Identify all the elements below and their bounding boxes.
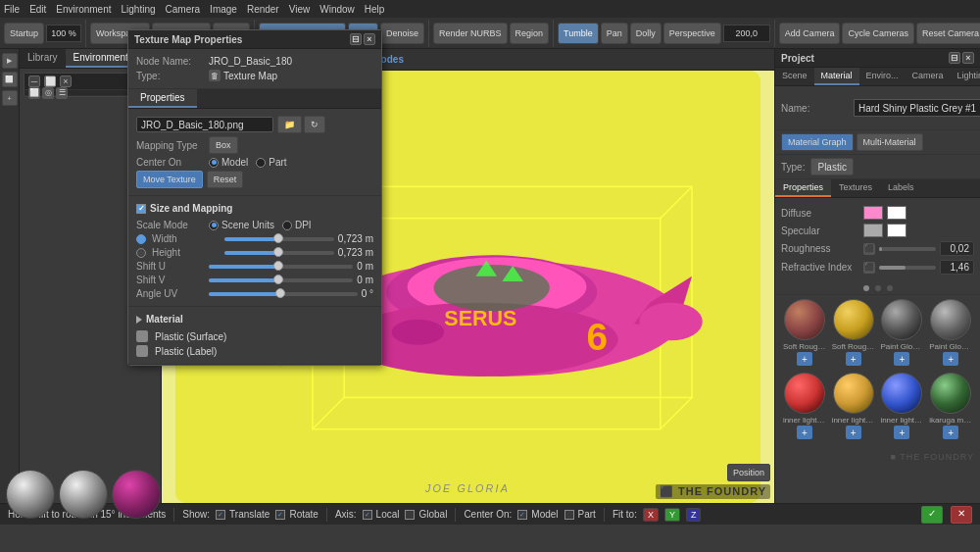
mini-win-btn-3[interactable]: ×	[60, 75, 72, 87]
right-panel-close-btn[interactable]: ×	[962, 52, 974, 64]
perspective-btn[interactable]: Perspective	[663, 23, 721, 44]
shift-u-thumb[interactable]	[273, 261, 283, 271]
right-panel-expand-btn[interactable]: ⊟	[949, 52, 960, 64]
left-panel-btn-2[interactable]: ⬜	[2, 72, 18, 87]
model-radio-dot[interactable]	[209, 158, 219, 168]
height-slider-thumb[interactable]	[273, 247, 283, 257]
type-delete-icon[interactable]: 🗑	[209, 70, 220, 81]
multi-material-btn[interactable]: Multi-Material	[857, 133, 923, 151]
menu-file[interactable]: File	[4, 4, 20, 15]
denoise-btn[interactable]: Denoise	[380, 23, 424, 44]
part-radio-dot[interactable]	[256, 158, 266, 168]
angle-uv-thumb[interactable]	[275, 288, 285, 298]
file-browse-btn[interactable]: 📁	[277, 116, 302, 133]
reset-btn[interactable]: Reset	[207, 171, 244, 188]
sidebar-thumb-3[interactable]	[112, 470, 161, 519]
diffuse-color-swatch[interactable]	[863, 206, 883, 220]
cycle-cameras-btn[interactable]: Cycle Cameras	[842, 23, 914, 44]
material-name-input[interactable]	[854, 99, 980, 117]
tab-enviro[interactable]: Enviro...	[859, 68, 906, 85]
texture-panel-expand-btn[interactable]: ⊟	[350, 33, 362, 45]
size-mapping-checkbox[interactable]: ✓	[136, 204, 146, 214]
mat-thumb-inner-light-3[interactable]	[833, 373, 874, 414]
mat-thumb-soft-rough-1[interactable]	[784, 299, 825, 340]
zoom-value-input[interactable]	[723, 25, 770, 42]
roughness-slider[interactable]	[879, 247, 936, 251]
global-checkbox[interactable]	[405, 510, 415, 520]
menu-view[interactable]: View	[289, 4, 311, 15]
tab-scene[interactable]: Scene	[775, 68, 814, 85]
rotate-checkbox[interactable]: ✓	[275, 510, 285, 520]
mat-thumb-add-6[interactable]: +	[846, 426, 861, 439]
startup-btn[interactable]: Startup	[4, 23, 44, 44]
menu-image[interactable]: Image	[210, 4, 237, 15]
specular-color-swatch[interactable]	[863, 224, 883, 237]
scene-units-radio[interactable]: Scene Units	[209, 220, 274, 230]
mat-thumb-inner-light-7[interactable]	[784, 373, 825, 414]
refractive-slider[interactable]	[879, 266, 936, 270]
menu-render[interactable]: Render	[247, 4, 279, 15]
sidebar-thumb-2[interactable]	[59, 470, 108, 519]
props-tab-textures[interactable]: Textures	[831, 179, 880, 197]
dpi-dot[interactable]	[282, 221, 292, 230]
mat-thumb-paint-gloss-1[interactable]	[881, 299, 922, 340]
menu-lighting[interactable]: Lighting	[122, 4, 156, 15]
mat-thumb-add-7[interactable]: +	[894, 426, 909, 439]
material-graph-btn[interactable]: Material Graph	[781, 133, 854, 151]
position-btn[interactable]: Position	[727, 464, 770, 481]
file-reload-btn[interactable]: ↻	[304, 116, 325, 133]
left-panel-btn-1[interactable]: ▶	[2, 53, 18, 69]
mat-thumb-add-3[interactable]: +	[894, 352, 909, 366]
mat-thumb-soft-rough-2[interactable]	[833, 299, 874, 340]
sidebar-tab-library[interactable]: Library	[20, 49, 66, 68]
sidebar-thumb-1[interactable]	[6, 470, 55, 519]
scene-units-dot[interactable]	[209, 221, 219, 230]
menu-help[interactable]: Help	[365, 4, 385, 15]
mat-thumb-add-2[interactable]: +	[846, 352, 861, 366]
menu-edit[interactable]: Edit	[29, 4, 46, 15]
mini-tool-2[interactable]: ◎	[42, 87, 54, 99]
move-texture-btn[interactable]: Move Texture	[136, 171, 203, 188]
width-slider-track[interactable]	[224, 237, 334, 241]
shift-v-thumb[interactable]	[273, 275, 283, 284]
pan-btn[interactable]: Pan	[601, 23, 628, 44]
mat-thumb-add-4[interactable]: +	[943, 352, 958, 366]
region-btn[interactable]: Region	[510, 23, 550, 44]
tab-lighting[interactable]: Lighting	[951, 68, 980, 85]
render-nurbs-btn[interactable]: Render NURBS	[433, 23, 508, 44]
filename-input[interactable]	[136, 117, 273, 132]
mat-thumb-paint-gloss-2[interactable]	[930, 299, 971, 340]
texture-panel-close-btn[interactable]: ×	[364, 33, 375, 45]
height-slider-track[interactable]	[224, 251, 334, 255]
mini-tool-3[interactable]: ☰	[56, 87, 68, 99]
reset-camera-btn[interactable]: Reset Camera	[916, 23, 980, 44]
mat-thumb-add-1[interactable]: +	[797, 352, 812, 366]
specular-color-swatch-2[interactable]	[887, 224, 906, 237]
tab-material[interactable]: Material	[814, 68, 859, 85]
tumble-btn[interactable]: Tumble	[558, 23, 599, 44]
mini-win-btn-1[interactable]: ─	[28, 75, 40, 87]
shift-v-track[interactable]	[209, 278, 353, 282]
diffuse-color-swatch-2[interactable]	[887, 206, 906, 220]
props-tab-properties[interactable]: Properties	[775, 179, 831, 197]
mat-thumb-add-8[interactable]: +	[943, 426, 958, 439]
texture-tab-properties[interactable]: Properties	[128, 89, 197, 108]
mat-thumb-inner-light-2[interactable]	[881, 373, 922, 414]
mini-tool-1[interactable]: ⬜	[28, 87, 40, 99]
local-checkbox[interactable]: ✓	[363, 510, 372, 520]
tab-camera[interactable]: Camera	[906, 68, 951, 85]
zoom-input[interactable]	[46, 25, 81, 42]
axis-y-btn[interactable]: Y	[664, 508, 680, 522]
center-on-model[interactable]: Model	[209, 157, 248, 168]
menu-window[interactable]: Window	[319, 4, 355, 15]
part-checkbox-status[interactable]	[564, 510, 574, 520]
mat-thumb-add-5[interactable]: +	[797, 426, 812, 439]
dolly-btn[interactable]: Dolly	[630, 23, 662, 44]
mat-thumb-ikaruga[interactable]	[930, 373, 971, 414]
cancel-status-btn[interactable]: ✕	[951, 506, 972, 524]
mini-win-btn-2[interactable]: ⬜	[44, 75, 56, 87]
confirm-btn[interactable]: ✓	[921, 506, 943, 524]
menu-camera[interactable]: Camera	[166, 4, 201, 15]
props-tab-labels[interactable]: Labels	[880, 179, 922, 197]
angle-uv-track[interactable]	[209, 292, 358, 296]
